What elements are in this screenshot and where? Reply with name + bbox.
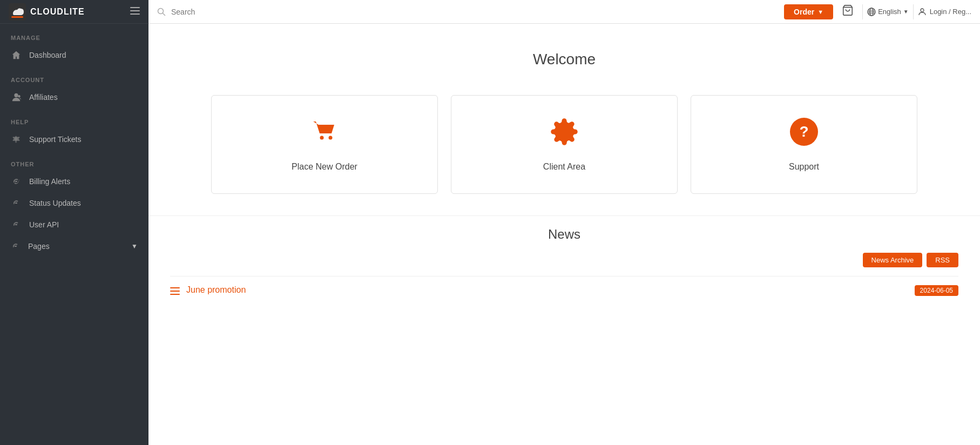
ticket-icon (11, 134, 22, 145)
sidebar-item-support-tickets-label: Support Tickets (29, 135, 82, 144)
cards-row: Place New Order Client Area ? (148, 84, 980, 215)
news-toolbar: News Archive RSS (170, 253, 958, 267)
section-manage-label: MANAGE (0, 24, 148, 44)
topbar-divider (862, 4, 863, 19)
link-icon (11, 176, 22, 187)
language-button[interactable]: English ▼ (867, 8, 909, 16)
home-icon (11, 50, 22, 60)
section-other-label: OTHER (0, 150, 148, 171)
question-icon: ? (789, 117, 819, 152)
card-place-new-order-label: Place New Order (292, 162, 357, 172)
sidebar-item-user-api-label: User API (29, 220, 59, 229)
cloudlite-logo-icon (9, 3, 26, 21)
link-icon-4 (11, 241, 21, 252)
sidebar-logo: CLOUDLITE (0, 0, 148, 24)
svg-point-16 (921, 9, 924, 12)
rss-button[interactable]: RSS (927, 253, 958, 267)
svg-rect-22 (170, 291, 180, 292)
sidebar: CLOUDLITE MANAGE Dashboard ACCOUNT (0, 0, 148, 445)
search-icon (157, 8, 166, 16)
topbar-divider-2 (913, 4, 914, 19)
content-area: Welcome Place New Order (148, 24, 980, 445)
svg-point-17 (320, 136, 324, 140)
svg-rect-4 (130, 14, 140, 15)
welcome-title: Welcome (159, 51, 969, 68)
svg-rect-3 (130, 10, 140, 11)
chevron-down-icon: ▼ (131, 242, 138, 250)
svg-rect-21 (170, 287, 180, 288)
logo-link[interactable]: CLOUDLITE (9, 3, 85, 21)
sidebar-item-status-updates-label: Status Updates (29, 199, 81, 207)
news-item: June promotion 2024-06-05 (170, 276, 958, 307)
link-icon-2 (11, 198, 22, 208)
news-item-date: 2024-06-05 (915, 285, 958, 296)
sidebar-item-status-updates[interactable]: Status Updates (0, 192, 148, 214)
sidebar-item-pages-label: Pages (28, 242, 50, 251)
lang-chevron-down-icon: ▼ (903, 9, 909, 15)
card-support-label: Support (789, 162, 819, 172)
topbar-right: Order ▼ English ▼ (784, 2, 971, 21)
link-icon-3 (11, 219, 22, 230)
card-place-new-order[interactable]: Place New Order (211, 95, 438, 194)
sidebar-item-affiliates-label: Affiliates (29, 93, 58, 102)
svg-point-6 (18, 95, 21, 98)
svg-rect-1 (11, 16, 23, 18)
section-account-label: ACCOUNT (0, 66, 148, 86)
list-icon (170, 286, 180, 299)
cart-button[interactable] (837, 2, 858, 21)
order-button[interactable]: Order ▼ (784, 4, 833, 19)
news-section: News News Archive RSS June promotion 202… (148, 215, 980, 318)
svg-point-5 (14, 93, 18, 97)
person-icon (11, 92, 22, 103)
welcome-section: Welcome (148, 24, 980, 84)
sidebar-item-pages[interactable]: Pages ▼ (0, 235, 148, 257)
section-help-label: HELP (0, 108, 148, 129)
svg-line-9 (163, 13, 165, 15)
sidebar-item-support-tickets[interactable]: Support Tickets (0, 129, 148, 150)
card-client-area[interactable]: Client Area (451, 95, 678, 194)
svg-point-18 (329, 136, 333, 140)
svg-text:?: ? (799, 123, 808, 140)
sidebar-item-dashboard-label: Dashboard (29, 51, 66, 59)
menu-toggle-icon[interactable] (130, 6, 140, 17)
main-area: Order ▼ English ▼ (148, 0, 980, 445)
sidebar-item-billing-alerts[interactable]: Billing Alerts (0, 171, 148, 192)
sidebar-item-affiliates[interactable]: Affiliates (0, 86, 148, 108)
sidebar-item-user-api[interactable]: User API (0, 214, 148, 235)
order-chevron-down-icon: ▼ (817, 9, 823, 15)
sidebar-item-billing-alerts-label: Billing Alerts (29, 177, 70, 186)
card-support[interactable]: ? Support (691, 95, 917, 194)
news-item-title[interactable]: June promotion (186, 285, 246, 295)
sidebar-item-dashboard[interactable]: Dashboard (0, 44, 148, 66)
svg-rect-23 (170, 294, 180, 295)
svg-rect-7 (15, 136, 17, 143)
logo-text: CLOUDLITE (30, 7, 85, 17)
card-client-area-label: Client Area (543, 162, 585, 172)
login-button[interactable]: Login / Reg... (918, 8, 971, 16)
news-title: News (170, 227, 958, 242)
cart-icon (310, 117, 339, 152)
topbar: Order ▼ English ▼ (148, 0, 980, 24)
search-input[interactable] (171, 8, 779, 16)
gear-icon (550, 117, 579, 152)
news-archive-button[interactable]: News Archive (863, 253, 923, 267)
svg-rect-2 (130, 7, 140, 8)
